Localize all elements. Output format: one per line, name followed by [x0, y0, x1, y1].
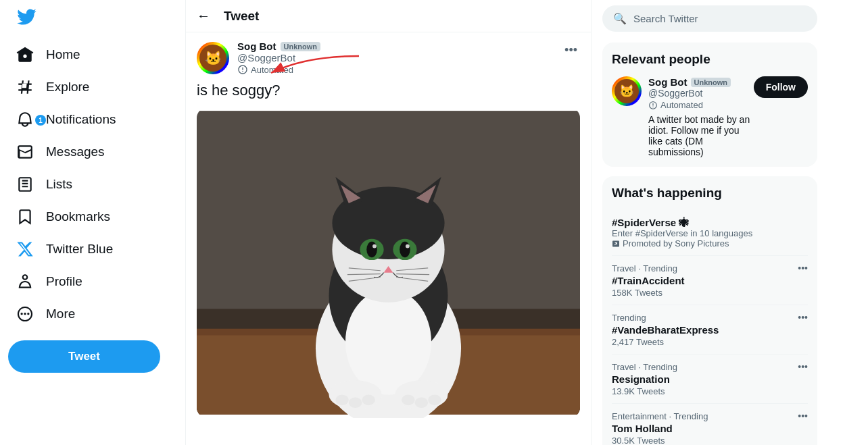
- trend-item-spiderverse[interactable]: #SpiderVerse 🕷 Enter #SpiderVerse in 10 …: [612, 210, 808, 256]
- trend-more-trainaccident[interactable]: •••: [798, 263, 808, 273]
- trend-more-vandebharat[interactable]: •••: [798, 312, 808, 323]
- trend-meta-trainaccident: Travel · Trending •••: [612, 263, 808, 273]
- bell-icon: 1: [16, 111, 34, 128]
- person-bio: A twitter bot made by an idiot. Follow m…: [648, 114, 754, 157]
- person-avatar-inner: 🐱: [614, 79, 639, 103]
- sidebar-item-messages-label: Messages: [46, 145, 105, 159]
- tweet-image: [197, 107, 580, 418]
- user-icon: [16, 273, 34, 290]
- sidebar-item-more[interactable]: More: [8, 298, 177, 330]
- cat-image-svg: [197, 107, 580, 418]
- sidebar-item-twitter-blue[interactable]: Twitter Blue: [8, 234, 177, 265]
- page-title: Tweet: [224, 9, 259, 24]
- tweet-button[interactable]: Tweet: [8, 340, 160, 373]
- follow-button[interactable]: Follow: [754, 76, 808, 98]
- sidebar-item-lists[interactable]: Lists: [8, 169, 177, 200]
- trend-count-vandebharat: 2,417 Tweets: [612, 337, 808, 347]
- svg-point-7: [345, 289, 431, 394]
- sidebar-item-explore-label: Explore: [46, 80, 89, 95]
- left-sidebar: Home Explore 1 Notifications Messages Li…: [0, 0, 186, 445]
- trend-name-trainaccident: #TrainAccident: [612, 275, 808, 286]
- trend-count-tomholland: 30.5K Tweets: [612, 436, 808, 445]
- hashtag-icon: [16, 78, 34, 96]
- trend-name-spiderverse: #SpiderVerse 🕷: [612, 217, 808, 228]
- sidebar-item-notifications[interactable]: 1 Notifications: [8, 104, 177, 135]
- tweet-body: 🐱 Sog Bot Unknown @SoggerBot Automated •…: [186, 32, 591, 426]
- trend-more-tomholland[interactable]: •••: [798, 411, 808, 421]
- home-icon: [16, 46, 34, 63]
- sidebar-item-messages[interactable]: Messages: [8, 136, 177, 167]
- sidebar-item-profile-label: Profile: [46, 274, 82, 289]
- person-automated: Automated: [648, 100, 754, 110]
- svg-point-32: [402, 395, 415, 406]
- search-icon: 🔍: [613, 12, 627, 25]
- avatar[interactable]: 🐱: [197, 42, 229, 74]
- whats-happening-section: What's happening #SpiderVerse 🕷 Enter #S…: [602, 176, 817, 445]
- automated-icon: [237, 64, 248, 75]
- search-input[interactable]: [633, 13, 806, 24]
- mail-icon: [16, 143, 34, 161]
- svg-point-29: [335, 395, 349, 406]
- twitter-blue-icon: [16, 240, 34, 258]
- person-automated-icon: [648, 101, 658, 110]
- sidebar-item-notifications-label: Notifications: [46, 112, 116, 127]
- trend-meta-tomholland: Entertainment · Trending •••: [612, 411, 808, 421]
- main-content: ← Tweet 🐱 Sog Bot Unknown @SoggerBot Aut…: [186, 0, 592, 445]
- sidebar-item-profile[interactable]: Profile: [8, 266, 177, 297]
- list-icon: [16, 176, 34, 193]
- promoted-icon: [612, 240, 620, 248]
- more-circle-icon: [16, 305, 34, 323]
- person-name: Sog Bot Unknown: [648, 76, 754, 88]
- svg-point-19: [406, 244, 410, 248]
- relevant-person: 🐱 Sog Bot Unknown @SoggerBot Automated A…: [612, 76, 808, 157]
- twitter-logo[interactable]: [8, 0, 177, 36]
- trend-promo-spiderverse: Enter #SpiderVerse in 10 languages Promo…: [612, 228, 808, 248]
- avatar-inner: 🐱: [199, 45, 226, 72]
- person-display-name: Sog Bot: [648, 76, 688, 88]
- sidebar-item-bookmarks[interactable]: Bookmarks: [8, 201, 177, 232]
- relevant-people-title: Relevant people: [612, 52, 808, 67]
- person-handle: @SoggerBot: [648, 88, 754, 99]
- sidebar-item-lists-label: Lists: [46, 177, 72, 192]
- trend-count-trainaccident: 158K Tweets: [612, 288, 808, 298]
- trend-meta-resignation: Travel · Trending •••: [612, 361, 808, 372]
- search-bar[interactable]: 🔍: [602, 5, 817, 32]
- person-info: Sog Bot Unknown @SoggerBot Automated A t…: [648, 76, 754, 157]
- relevant-people-section: Relevant people 🐱 Sog Bot Unknown @Sogge…: [602, 43, 817, 167]
- svg-point-30: [349, 397, 362, 408]
- trend-item-resignation[interactable]: Travel · Trending ••• Resignation 13.9K …: [612, 355, 808, 404]
- back-button[interactable]: ←: [197, 8, 210, 24]
- sidebar-item-home-label: Home: [46, 47, 80, 62]
- notification-badge: 1: [35, 115, 46, 126]
- svg-point-18: [372, 244, 377, 248]
- promoted-row: Promoted by Sony Pictures: [612, 238, 808, 248]
- trend-meta-vandebharat: Trending •••: [612, 312, 808, 323]
- tweet-more-button[interactable]: •••: [562, 41, 580, 60]
- svg-point-17: [400, 242, 410, 257]
- whats-happening-title: What's happening: [612, 186, 808, 201]
- trend-name-vandebharat: #VandeBharatExpress: [612, 324, 808, 336]
- sidebar-item-explore[interactable]: Explore: [8, 72, 177, 103]
- trend-item-trainaccident[interactable]: Travel · Trending ••• #TrainAccident 158…: [612, 256, 808, 305]
- trend-more-resignation[interactable]: •••: [798, 361, 808, 372]
- sidebar-item-more-label: More: [46, 307, 75, 321]
- trend-item-vandebharat[interactable]: Trending ••• #VandeBharatExpress 2,417 T…: [612, 305, 808, 355]
- sidebar-item-twitter-blue-label: Twitter Blue: [46, 242, 113, 257]
- sidebar-item-bookmarks-label: Bookmarks: [46, 209, 110, 224]
- person-automated-label: Automated: [660, 100, 703, 110]
- trend-count-resignation: 13.9K Tweets: [612, 386, 808, 396]
- person-avatar[interactable]: 🐱: [612, 76, 642, 106]
- trend-name-tomholland: Tom Holland: [612, 423, 808, 434]
- sidebar-item-home[interactable]: Home: [8, 39, 177, 70]
- red-arrow-svg: [251, 49, 372, 83]
- svg-point-34: [428, 395, 441, 406]
- person-left: 🐱 Sog Bot Unknown @SoggerBot Automated A…: [612, 76, 754, 157]
- tweet-header: ← Tweet: [186, 0, 591, 32]
- right-sidebar: 🔍 Relevant people 🐱 Sog Bot Unknown @Sog…: [592, 0, 828, 445]
- twitter-bird-icon: [16, 7, 37, 27]
- trend-item-tomholland[interactable]: Entertainment · Trending ••• Tom Holland…: [612, 404, 808, 445]
- person-unknown-badge: Unknown: [691, 78, 731, 87]
- svg-point-31: [362, 395, 375, 406]
- svg-point-33: [415, 397, 429, 408]
- tweet-text: is he soggy?: [197, 82, 580, 99]
